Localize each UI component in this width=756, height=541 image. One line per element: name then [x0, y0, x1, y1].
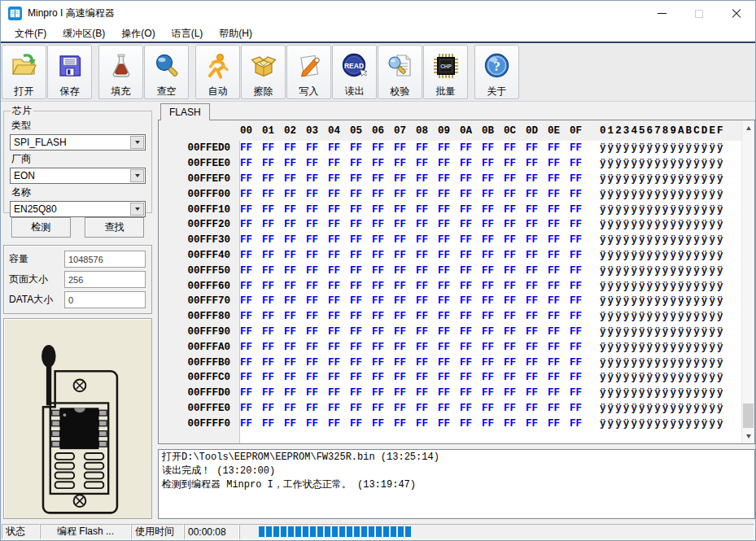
hex-byte[interactable]: FF	[306, 387, 328, 399]
hex-byte[interactable]: FF	[504, 357, 526, 369]
hex-byte[interactable]: FF	[328, 418, 350, 430]
hex-byte[interactable]: FF	[482, 372, 504, 383]
hex-byte[interactable]: FF	[262, 311, 284, 322]
hex-byte[interactable]: FF	[416, 342, 438, 353]
hex-byte[interactable]: FF	[570, 142, 592, 154]
chip-type-combobox[interactable]: SPI_FLASH	[10, 134, 146, 151]
hex-byte[interactable]: FF	[460, 311, 482, 322]
hex-byte[interactable]: FF	[482, 326, 504, 338]
hex-byte[interactable]: FF	[482, 403, 504, 414]
hex-byte[interactable]: FF	[460, 342, 482, 353]
hex-byte[interactable]: FF	[328, 158, 350, 169]
hex-byte[interactable]: FF	[504, 281, 526, 292]
hex-byte[interactable]: FF	[504, 326, 526, 338]
hex-byte[interactable]: FF	[372, 418, 394, 430]
hex-byte[interactable]: FF	[416, 281, 438, 292]
hex-byte[interactable]: FF	[394, 189, 416, 200]
hex-byte[interactable]: FF	[394, 173, 416, 185]
hex-byte[interactable]: FF	[372, 295, 394, 307]
find-button[interactable]: 查找	[85, 217, 144, 238]
hex-byte[interactable]: FF	[526, 265, 548, 277]
hex-byte[interactable]: FF	[372, 311, 394, 322]
hex-byte[interactable]: FF	[570, 403, 592, 414]
hex-byte[interactable]: FF	[350, 418, 372, 430]
hex-byte[interactable]: FF	[504, 234, 526, 246]
toolbar-open-button[interactable]: 打开	[2, 45, 46, 99]
hex-byte[interactable]: FF	[460, 281, 482, 292]
hex-byte[interactable]: FF	[526, 281, 548, 292]
hex-byte[interactable]: FF	[240, 158, 262, 169]
hex-byte[interactable]: FF	[526, 173, 548, 185]
hex-byte[interactable]: FF	[372, 204, 394, 216]
hex-byte[interactable]: FF	[306, 403, 328, 414]
hex-byte[interactable]: FF	[570, 250, 592, 261]
hex-byte[interactable]: FF	[240, 372, 262, 383]
hex-byte[interactable]: FF	[438, 342, 460, 353]
hex-byte[interactable]: FF	[416, 173, 438, 185]
hex-byte[interactable]: FF	[460, 403, 482, 414]
hex-byte[interactable]: FF	[460, 142, 482, 154]
hex-byte[interactable]: FF	[328, 219, 350, 230]
hex-byte[interactable]: FF	[416, 357, 438, 369]
hex-byte[interactable]: FF	[306, 311, 328, 322]
hex-byte[interactable]: FF	[416, 265, 438, 277]
hex-byte[interactable]: FF	[482, 281, 504, 292]
hex-byte[interactable]: FF	[482, 250, 504, 261]
hex-byte[interactable]: FF	[240, 387, 262, 399]
hex-byte[interactable]: FF	[306, 189, 328, 200]
hex-byte[interactable]: FF	[262, 326, 284, 338]
hex-byte[interactable]: FF	[526, 326, 548, 338]
hex-byte[interactable]: FF	[526, 311, 548, 322]
param-input[interactable]	[64, 271, 146, 288]
hex-byte[interactable]: FF	[284, 189, 306, 200]
hex-byte[interactable]: FF	[482, 158, 504, 169]
hex-byte[interactable]: FF	[284, 403, 306, 414]
chevron-down-icon[interactable]	[130, 169, 144, 182]
hex-byte[interactable]: FF	[394, 326, 416, 338]
hex-byte[interactable]: FF	[350, 295, 372, 307]
hex-byte[interactable]: FF	[394, 234, 416, 246]
hex-byte[interactable]: FF	[284, 158, 306, 169]
hex-byte[interactable]: FF	[548, 158, 570, 169]
hex-byte[interactable]: FF	[504, 418, 526, 430]
vertical-scrollbar[interactable]	[741, 120, 754, 443]
hex-byte[interactable]: FF	[284, 418, 306, 430]
scrollbar-thumb[interactable]	[743, 404, 754, 428]
hex-byte[interactable]: FF	[570, 311, 592, 322]
hex-byte[interactable]: FF	[350, 326, 372, 338]
hex-byte[interactable]: FF	[262, 295, 284, 307]
hex-byte[interactable]: FF	[240, 250, 262, 261]
hex-byte[interactable]: FF	[284, 326, 306, 338]
toolbar-erase-button[interactable]: 擦除	[241, 45, 286, 99]
hex-byte[interactable]: FF	[526, 387, 548, 399]
hex-byte[interactable]: FF	[416, 311, 438, 322]
hex-byte[interactable]: FF	[416, 372, 438, 383]
hex-byte[interactable]: FF	[460, 387, 482, 399]
hex-byte[interactable]: FF	[548, 418, 570, 430]
hex-byte[interactable]: FF	[548, 265, 570, 277]
hex-byte[interactable]: FF	[526, 234, 548, 246]
hex-byte[interactable]: FF	[416, 326, 438, 338]
hex-byte[interactable]: FF	[262, 403, 284, 414]
hex-byte[interactable]: FF	[570, 173, 592, 185]
hex-byte[interactable]: FF	[526, 372, 548, 383]
hex-byte[interactable]: FF	[394, 403, 416, 414]
hex-byte[interactable]: FF	[240, 142, 262, 154]
hex-byte[interactable]: FF	[394, 342, 416, 353]
hex-byte[interactable]: FF	[548, 326, 570, 338]
toolbar-verify-button[interactable]: 校验	[378, 45, 422, 99]
hex-byte[interactable]: FF	[394, 204, 416, 216]
hex-byte[interactable]: FF	[482, 311, 504, 322]
hex-byte[interactable]: FF	[570, 204, 592, 216]
hex-byte[interactable]: FF	[526, 250, 548, 261]
hex-byte[interactable]: FF	[262, 234, 284, 246]
toolbar-blank-check-button[interactable]: 查空	[144, 45, 189, 99]
hex-byte[interactable]: FF	[548, 234, 570, 246]
hex-byte[interactable]: FF	[570, 418, 592, 430]
hex-byte[interactable]: FF	[504, 142, 526, 154]
hex-byte[interactable]: FF	[416, 387, 438, 399]
hex-byte[interactable]: FF	[372, 342, 394, 353]
hex-byte[interactable]: FF	[394, 387, 416, 399]
hex-byte[interactable]: FF	[438, 387, 460, 399]
hex-byte[interactable]: FF	[240, 204, 262, 216]
